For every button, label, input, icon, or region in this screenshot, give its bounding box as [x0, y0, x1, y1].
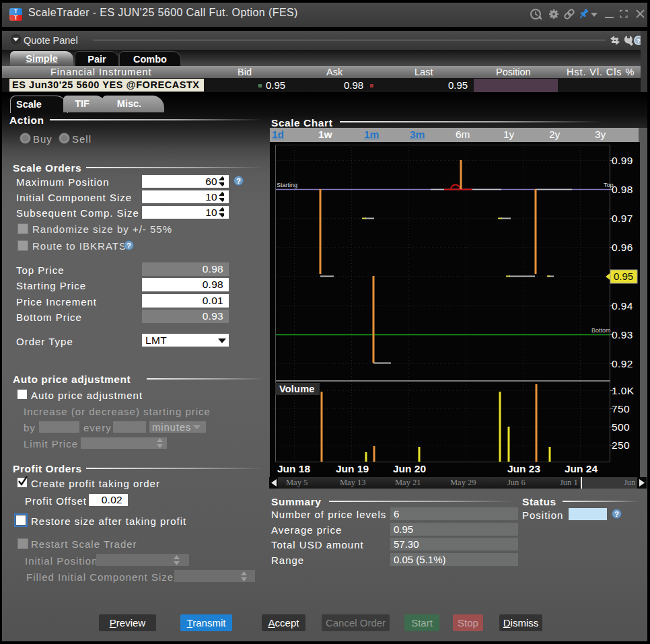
svg-text:?: ?: [127, 242, 131, 250]
svg-text:?: ?: [236, 177, 241, 185]
svg-text:0.95: 0.95: [614, 271, 633, 282]
svg-text:Bottom: Bottom: [591, 327, 611, 334]
svg-text:?: ?: [614, 510, 619, 518]
svg-text:Starting: Starting: [277, 182, 297, 188]
